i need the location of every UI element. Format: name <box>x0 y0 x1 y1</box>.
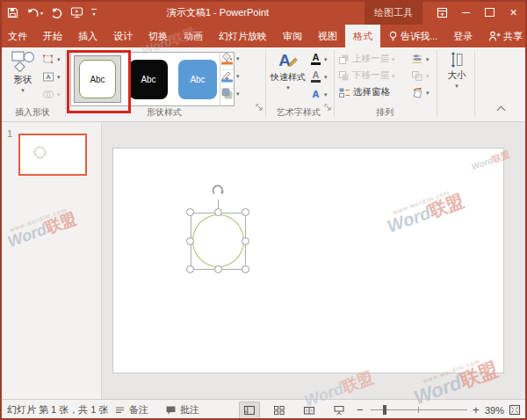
text-outline-button[interactable]: A ▾ <box>310 69 328 83</box>
zoom-slider-thumb[interactable] <box>383 405 386 415</box>
undo-button[interactable]: ▾ <box>26 7 43 18</box>
circle-shape[interactable] <box>192 214 244 267</box>
shape-styles-dialog-launcher[interactable] <box>256 104 264 112</box>
wordart-styles-dialog-launcher[interactable] <box>324 104 332 112</box>
resize-handle-nw[interactable] <box>186 208 194 216</box>
collapse-ribbon-button[interactable] <box>498 107 504 113</box>
edit-shape-button[interactable]: ▾ <box>42 52 61 66</box>
text-fill-button[interactable]: A ▾ <box>310 52 328 66</box>
qat-customize-caret: ▾ <box>93 11 96 17</box>
share-button[interactable]: 共享 <box>480 25 527 47</box>
quick-styles-button[interactable]: A 快速样式 ▾ <box>268 51 308 105</box>
align-icon <box>411 54 423 65</box>
rotate-icon <box>411 87 423 98</box>
reading-view-button[interactable] <box>299 402 320 419</box>
shape-style-thumbnail-1[interactable]: Abc <box>79 60 116 98</box>
size-button[interactable]: 大小 ▾ <box>440 51 473 105</box>
sign-in-button[interactable]: 登录 <box>445 25 480 47</box>
powerpoint-window: ▾ ▾ 演示文稿1 - PowerPoint 绘图工具 × <box>0 0 527 420</box>
size-button-label: 大小 <box>448 69 466 82</box>
rotate-handle[interactable] <box>211 184 226 199</box>
tab-design[interactable]: 设计 <box>105 25 141 47</box>
zoom-in-button[interactable]: + <box>473 400 480 420</box>
ribbon-display-options-button[interactable] <box>430 0 454 25</box>
shape-style-thumbnail-3[interactable]: Abc <box>178 60 217 99</box>
undo-icon <box>26 7 39 18</box>
minimize-button[interactable] <box>454 0 478 25</box>
selection-pane-button[interactable]: 选择窗格 <box>338 85 390 99</box>
group-objects-button[interactable]: ▾ <box>411 69 430 83</box>
size-icon <box>449 51 465 69</box>
normal-view-icon <box>243 405 256 416</box>
svg-text:A: A <box>278 51 291 69</box>
tab-home[interactable]: 开始 <box>35 25 70 47</box>
tab-file[interactable]: 文件 <box>0 25 35 47</box>
resize-handle-sw[interactable] <box>186 265 194 273</box>
resize-handle-s[interactable] <box>214 265 222 273</box>
slideshow-view-button[interactable] <box>328 402 350 419</box>
group-objects-caret: ▾ <box>426 73 430 79</box>
notes-label: 备注 <box>129 403 148 416</box>
resize-handle-ne[interactable] <box>242 208 249 216</box>
shape-style-thumbnail-2[interactable]: Abc <box>129 60 168 99</box>
thumbnail-circle-shape <box>34 147 46 158</box>
zoom-level[interactable]: 39% <box>485 400 504 420</box>
zoom-slider-track[interactable] <box>371 409 467 410</box>
shape-effects-button[interactable]: ▾ <box>220 86 240 100</box>
maximize-button[interactable] <box>478 0 502 25</box>
dialog-launcher-icon <box>324 104 332 112</box>
notes-button[interactable]: 备注 <box>114 400 148 420</box>
zoom-slider[interactable] <box>371 409 467 410</box>
merge-shapes-button[interactable]: ▾ <box>42 87 61 101</box>
text-box-button[interactable]: A ▾ <box>42 69 61 83</box>
close-button[interactable]: × <box>502 0 525 25</box>
tab-slideshow[interactable]: 幻灯片放映 <box>211 25 275 47</box>
shape-fill-button[interactable]: ▾ <box>220 51 240 65</box>
resize-handle-w[interactable] <box>186 237 194 245</box>
wordart-styles-group-label: 艺术字样式 <box>265 106 332 118</box>
slide-sorter-view-button[interactable] <box>269 402 290 419</box>
lightbulb-icon <box>388 31 398 42</box>
slide-page[interactable] <box>112 148 504 373</box>
start-slideshow-button[interactable] <box>70 6 83 18</box>
send-backward-caret: ▾ <box>392 73 395 79</box>
arrange-group-label: 排列 <box>334 106 437 118</box>
maximize-icon <box>485 8 495 17</box>
tab-transitions[interactable]: 切换 <box>141 25 176 47</box>
slideshow-icon <box>70 6 83 18</box>
tab-view[interactable]: 视图 <box>310 25 345 47</box>
comments-button[interactable]: 批注 <box>165 400 199 420</box>
qat-customize-button[interactable]: ▾ <box>91 9 97 17</box>
resize-handle-se[interactable] <box>242 265 249 273</box>
close-icon: × <box>509 5 516 19</box>
group-divider <box>437 50 437 117</box>
status-bar: 幻灯片 第 1 张，共 1 张 备注 批注 − <box>0 399 527 420</box>
resize-handle-n[interactable] <box>214 208 222 216</box>
tab-insert[interactable]: 插入 <box>70 25 105 47</box>
shapes-button[interactable]: 形状 ▾ <box>4 51 41 105</box>
align-button[interactable]: ▾ <box>411 52 430 66</box>
shape-outline-button[interactable]: ▾ <box>220 69 240 83</box>
bring-forward-button[interactable]: 上移一层 ▾ <box>338 52 395 66</box>
zoom-out-button[interactable]: − <box>357 400 364 420</box>
rotate-button[interactable]: ▾ <box>411 85 430 99</box>
tab-review[interactable]: 审阅 <box>275 25 310 47</box>
gallery-item-selected-frame[interactable]: Abc <box>74 55 121 103</box>
shapes-icon <box>11 51 35 73</box>
redo-button[interactable] <box>51 7 62 18</box>
tell-me-button[interactable]: 告诉我... <box>380 25 445 47</box>
selection-pane-icon <box>338 87 350 98</box>
ribbon-display-options-icon <box>437 7 448 18</box>
save-button[interactable] <box>7 7 18 18</box>
fit-slide-button[interactable] <box>509 400 521 420</box>
normal-view-button[interactable] <box>239 402 260 419</box>
resize-handle-e[interactable] <box>242 237 249 245</box>
undo-dropdown-caret[interactable]: ▾ <box>40 10 43 16</box>
slide-thumbnail[interactable] <box>18 134 87 176</box>
tab-format[interactable]: 格式 <box>345 25 380 47</box>
notes-icon <box>114 405 126 416</box>
text-effects-button[interactable]: A ▾ <box>310 87 328 101</box>
drawing-tools-contextual-label: 绘图工具 <box>365 0 422 25</box>
tab-animations[interactable]: 动画 <box>176 25 211 47</box>
send-backward-button[interactable]: 下移一层 ▾ <box>338 69 395 83</box>
